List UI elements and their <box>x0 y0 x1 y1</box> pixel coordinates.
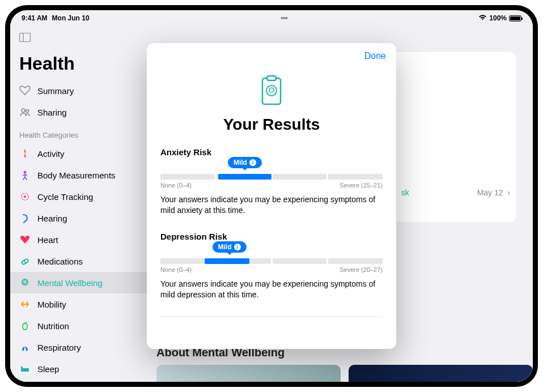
slider-min-label: None (0–4) <box>160 266 192 273</box>
modal-overlay: Done Your Results Anxiety Risk Mildi Non… <box>10 10 533 382</box>
info-icon[interactable]: i <box>249 159 256 166</box>
result-label: Anxiety Risk <box>160 147 383 157</box>
result-description: Your answers indicate you may be experie… <box>160 279 383 300</box>
slider-min-label: None (0–4) <box>160 182 192 189</box>
svg-rect-16 <box>267 76 276 80</box>
svg-point-17 <box>266 86 277 96</box>
results-modal: Done Your Results Anxiety Risk Mildi Non… <box>147 43 396 349</box>
result-badge[interactable]: Mildi <box>228 157 262 168</box>
modal-divider <box>160 316 383 317</box>
result-block-anxiety-risk: Anxiety Risk Mildi None (0–4) Severe (15… <box>160 147 383 216</box>
info-icon[interactable]: i <box>234 244 241 250</box>
svg-rect-15 <box>262 78 281 104</box>
result-description: Your answers indicate you may be experie… <box>160 194 383 216</box>
ipad-frame: 9:41 AM Mon Jun 10 ••• 100% Health Summa… <box>5 5 538 387</box>
result-label: Depression Risk <box>160 232 383 241</box>
slider-max-label: Severe (20–27) <box>340 266 383 273</box>
clipboard-brain-icon <box>258 75 285 106</box>
result-slider: Mildi <box>160 174 383 180</box>
screen: 9:41 AM Mon Jun 10 ••• 100% Health Summa… <box>10 10 533 382</box>
modal-title: Your Results <box>160 116 383 134</box>
result-slider: Mildi <box>160 258 383 264</box>
slider-max-label: Severe (15–21) <box>340 182 383 189</box>
result-badge[interactable]: Mildi <box>213 241 247 253</box>
done-button[interactable]: Done <box>364 51 386 61</box>
result-block-depression-risk: Depression Risk Mildi None (0–4) Severe … <box>160 232 383 300</box>
